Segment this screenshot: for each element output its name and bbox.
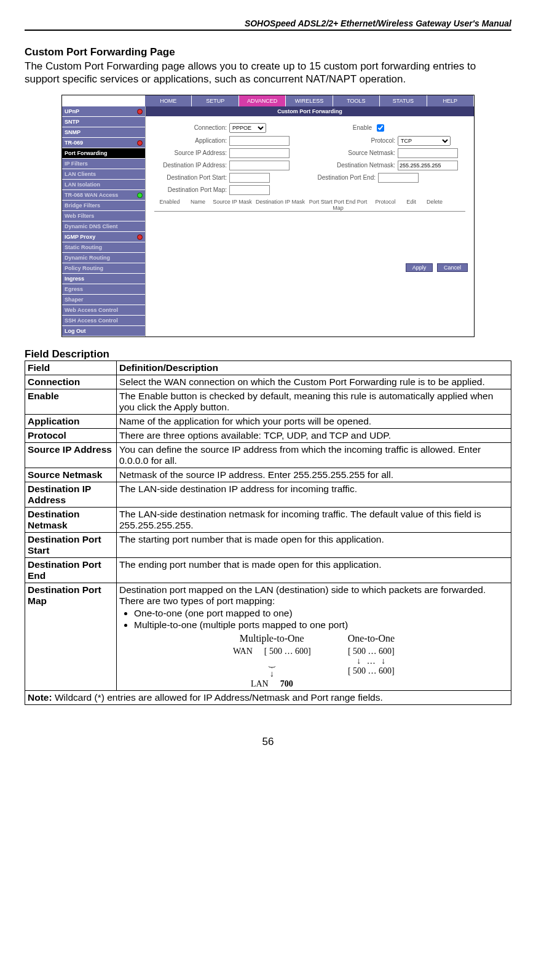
status-dot [137, 109, 143, 114]
table-row: Source NetmaskNetmask of the source IP a… [25, 468, 511, 482]
lbl-srcip: Source IP Address: [154, 149, 229, 156]
table-row: Destination NetmaskThe LAN-side destinat… [25, 507, 511, 532]
sidebar-item-policy-routing[interactable]: Policy Routing [62, 263, 145, 274]
sidebar-item-sntp[interactable]: SNTP [62, 117, 145, 127]
sidebar-item-ssh-access-control[interactable]: SSH Access Control [62, 316, 145, 326]
rule-table-header: Enabled Name Source IP Mask Destination … [154, 199, 465, 212]
apply-button[interactable]: Apply [406, 263, 433, 272]
field-description-table: FieldDefinition/Description ConnectionSe… [25, 361, 511, 705]
sidebar-item-dynamic-dns-client[interactable]: Dynamic DNS Client [62, 221, 145, 232]
sidebar-item-lan-clients[interactable]: LAN Clients [62, 169, 145, 180]
tab-help[interactable]: HELP [427, 95, 474, 106]
tab-setup[interactable]: SETUP [192, 95, 238, 106]
sidebar-item-upnp[interactable]: UPnP [62, 106, 145, 117]
lbl-protocol: Protocol: [326, 137, 398, 144]
application-input[interactable] [229, 136, 290, 146]
lbl-srcmask: Source Netmask: [326, 149, 398, 156]
sidebar-item-ip-filters[interactable]: IP Filters [62, 159, 145, 169]
tab-wireless[interactable]: WIRELESS [286, 95, 333, 106]
lbl-pstart: Destination Port Start: [154, 174, 229, 181]
sidebar-item-igmp-proxy[interactable]: IGMP Proxy [62, 232, 145, 242]
page-number: 56 [25, 736, 511, 748]
status-dot [137, 140, 143, 146]
table-row: Destination Port EndThe ending port numb… [25, 557, 511, 583]
sidebar-item-lan-isolation[interactable]: LAN Isolation [62, 180, 145, 190]
dstmask-input[interactable] [398, 161, 458, 170]
table-row: EnableThe Enable button is checked by de… [25, 389, 511, 414]
sidebar-item-dynamic-routing[interactable]: Dynamic Routing [62, 253, 145, 263]
sidebar-item-ingress[interactable]: Ingress [62, 274, 145, 284]
lbl-application: Application: [154, 137, 229, 144]
sidebar-item-port-forwarding[interactable]: Port Forwarding [62, 148, 145, 159]
cancel-button[interactable]: Cancel [437, 263, 468, 272]
sidebar-item-bridge-filters[interactable]: Bridge Filters [62, 201, 145, 211]
pmap-input[interactable] [229, 185, 270, 195]
page-title: Custom Port Forwarding Page [25, 46, 511, 58]
sidebar-item-tr-069[interactable]: TR-069 [62, 138, 145, 148]
sidebar-item-shaper[interactable]: Shaper [62, 295, 145, 305]
lbl-dstip: Destination IP Address: [154, 162, 229, 169]
pstart-input[interactable] [229, 173, 270, 183]
table-row: Destination IP AddressThe LAN-side desti… [25, 482, 511, 507]
intro-text: The Custom Port Forwarding page allows y… [25, 60, 511, 86]
table-row: ProtocolThere are three options availabl… [25, 428, 511, 442]
protocol-select[interactable]: TCP [398, 136, 451, 146]
enable-checkbox[interactable] [377, 124, 384, 132]
doc-header: SOHOSpeed ADSL2/2+ Ethernet/Wireless Gat… [25, 18, 511, 31]
table-row: ApplicationName of the application for w… [25, 414, 511, 428]
lbl-pend: Destination Port End: [307, 174, 378, 181]
lbl-enable: Enable [303, 124, 374, 131]
srcip-input[interactable] [229, 148, 290, 158]
sidebar-item-egress[interactable]: Egress [62, 284, 145, 295]
field-dest-port-map: Destination Port Map [25, 583, 117, 690]
table-row: Source IP AddressYou can define the sour… [25, 442, 511, 468]
pend-input[interactable] [378, 173, 419, 183]
status-dot [137, 234, 143, 240]
lbl-connection: Connection: [154, 124, 229, 131]
sidebar-item-log-out[interactable]: Log Out [62, 326, 145, 337]
table-row: Destination Port StartThe starting port … [25, 532, 511, 557]
sidebar-item-static-routing[interactable]: Static Routing [62, 242, 145, 253]
field-description-heading: Field Description [25, 348, 511, 361]
tab-tools[interactable]: TOOLS [333, 95, 380, 106]
screenshot: HOMESETUPADVANCEDWIRELESSTOOLSSTATUSHELP… [61, 95, 475, 337]
sidebar-item-tr-068-wan-access[interactable]: TR-068 WAN Access [62, 190, 145, 201]
panel-title: Custom Port Forwarding [146, 106, 474, 116]
srcmask-input[interactable] [398, 148, 458, 158]
lbl-dstmask: Destination Netmask: [326, 162, 398, 169]
table-row: ConnectionSelect the WAN connection on w… [25, 375, 511, 389]
port-map-diagram: Multiple-to-One WAN [ 500 … 600] ⏟ ↓ LAN… [119, 633, 508, 689]
tab-status[interactable]: STATUS [380, 95, 427, 106]
sidebar-item-web-filters[interactable]: Web Filters [62, 211, 145, 221]
lbl-pmap: Destination Port Map: [154, 186, 229, 193]
tab-home[interactable]: HOME [145, 95, 192, 106]
dstip-input[interactable] [229, 161, 290, 170]
connection-select[interactable]: PPPOE [229, 123, 266, 133]
status-dot [137, 193, 143, 198]
sidebar-item-web-access-control[interactable]: Web Access Control [62, 305, 145, 316]
tab-advanced[interactable]: ADVANCED [239, 95, 286, 106]
sidebar-item-snmp[interactable]: SNMP [62, 127, 145, 138]
